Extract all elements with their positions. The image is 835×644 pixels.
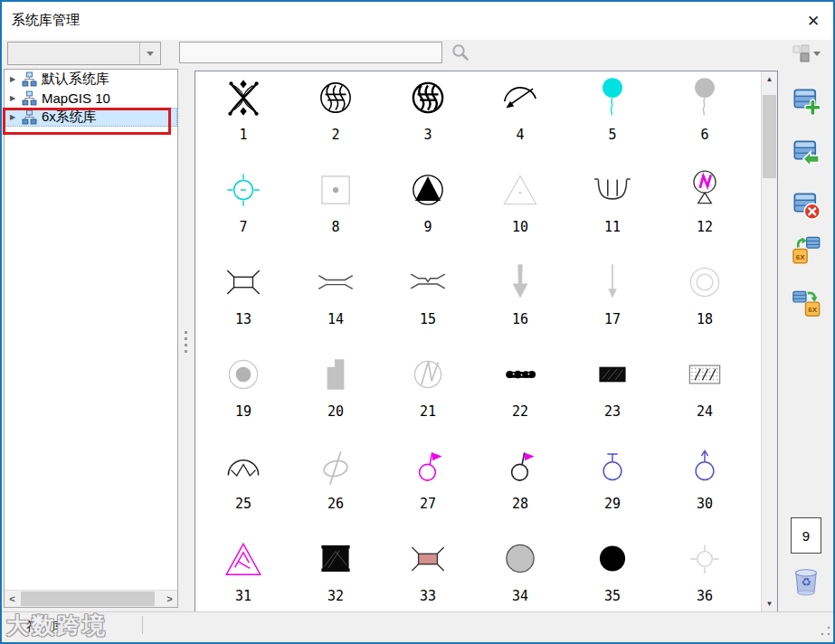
import-library-button[interactable] (789, 135, 823, 171)
symbol-glyph (313, 167, 358, 213)
export-6x-icon: 6X (792, 288, 821, 317)
symbol-cell-11[interactable]: 11 (566, 166, 659, 258)
library-filter-dropdown[interactable] (7, 42, 161, 65)
symbol-cell-3[interactable]: 3 (382, 73, 474, 166)
symbol-cell-23[interactable]: 23 (566, 350, 659, 442)
symbol-cell-6[interactable]: 6 (659, 73, 751, 166)
symbol-cell-1[interactable]: 1 (197, 73, 289, 166)
add-library-button[interactable] (789, 83, 823, 119)
symbol-glyph (682, 260, 727, 305)
toolbar (2, 40, 833, 70)
symbol-cell-26[interactable]: 26 (289, 442, 382, 535)
export-6x-button[interactable]: 6X (789, 284, 823, 320)
symbol-cell-10[interactable]: 10 (474, 166, 566, 258)
recycle-bin-icon: ♻ (791, 566, 821, 599)
db-add-icon (792, 87, 821, 116)
symbol-glyph (405, 75, 451, 120)
symbol-number: 3 (423, 127, 432, 143)
delete-library-button[interactable] (789, 187, 823, 223)
symbol-number: 21 (420, 403, 436, 420)
symbol-glyph (313, 75, 358, 120)
import-6x-button[interactable]: 6X (789, 232, 823, 268)
symbol-count-box[interactable]: 9 (791, 517, 821, 554)
symbol-glyph (221, 536, 266, 582)
symbol-cell-35[interactable]: 35 (566, 535, 659, 612)
search-input[interactable] (179, 42, 442, 63)
symbol-number: 19 (235, 403, 251, 420)
scroll-down-arrow[interactable]: ▼ (762, 596, 777, 611)
panel-splitter[interactable] (179, 69, 194, 608)
symbol-cell-16[interactable]: 16 (474, 258, 566, 350)
grid-vertical-scrollbar[interactable]: ▲ ▼ (761, 71, 777, 611)
symbol-number: 13 (235, 311, 251, 327)
symbol-cell-8[interactable]: 8 (289, 166, 382, 258)
chevron-down-icon (147, 52, 154, 56)
tree-horizontal-scrollbar[interactable]: < > (5, 590, 177, 607)
symbol-cell-2[interactable]: 2 (289, 73, 382, 166)
symbol-cell-24[interactable]: 24 (659, 350, 751, 442)
symbol-cell-18[interactable]: 18 (659, 258, 751, 350)
dropdown-button[interactable] (139, 43, 160, 64)
symbol-cell-19[interactable]: 19 (197, 350, 289, 442)
tree-item-1[interactable]: ▶MapGIS 10 (5, 89, 177, 108)
scroll-left-arrow[interactable]: < (5, 591, 20, 607)
tree-item-2[interactable]: ▶6x系统库 (5, 108, 177, 127)
symbol-number: 14 (327, 311, 344, 327)
symbol-number: 28 (512, 496, 528, 512)
scrollbar-thumb[interactable] (21, 592, 155, 606)
library-tree: ▶默认系统库▶MapGIS 10▶6x系统库 (5, 70, 177, 127)
symbol-cell-7[interactable]: 7 (197, 166, 289, 258)
symbol-cell-31[interactable]: 31 (197, 535, 289, 612)
close-button[interactable]: ✕ (801, 8, 826, 33)
symbol-number: 22 (512, 403, 528, 420)
symbol-cell-15[interactable]: 15 (382, 258, 474, 350)
symbol-cell-34[interactable]: 34 (474, 535, 566, 612)
symbol-glyph (498, 167, 543, 213)
scrollbar-thumb[interactable] (763, 95, 776, 178)
symbol-cell-12[interactable]: 12 (659, 166, 751, 258)
symbol-cell-27[interactable]: 27 (382, 442, 474, 535)
symbol-cell-21[interactable]: 21 (382, 350, 474, 442)
expander-icon[interactable]: ▶ (10, 113, 22, 121)
symbol-number: 12 (697, 219, 713, 235)
tree-item-0[interactable]: ▶默认系统库 (5, 70, 177, 89)
expander-icon[interactable]: ▶ (10, 94, 22, 102)
symbol-cell-29[interactable]: 29 (566, 442, 659, 535)
symbol-glyph (682, 75, 727, 120)
library-icon (22, 71, 37, 87)
scroll-right-arrow[interactable]: > (162, 591, 177, 607)
symbol-glyph (590, 260, 635, 305)
symbol-cell-33[interactable]: 33 (382, 535, 474, 612)
symbol-cell-4[interactable]: 4 (474, 73, 566, 166)
search-icon[interactable] (451, 43, 470, 62)
tree-item-label: 默认系统库 (42, 71, 109, 88)
expander-icon[interactable]: ▶ (10, 75, 22, 83)
symbol-cell-32[interactable]: 32 (289, 535, 382, 612)
symbol-glyph (405, 352, 451, 397)
symbol-cell-17[interactable]: 17 (566, 258, 659, 350)
symbol-cell-20[interactable]: 20 (289, 350, 382, 442)
symbol-cell-25[interactable]: 25 (197, 442, 289, 535)
svg-text:6X: 6X (808, 306, 817, 314)
symbol-cell-30[interactable]: 30 (659, 442, 751, 535)
symbol-cell-22[interactable]: 22 (474, 350, 566, 442)
symbol-number: 23 (604, 403, 621, 420)
import-6x-icon: 6X (792, 235, 821, 264)
symbol-number: 9 (423, 219, 432, 235)
resize-grip[interactable] (821, 626, 830, 636)
svg-text:6X: 6X (796, 253, 805, 261)
symbol-number: 11 (604, 219, 621, 235)
symbol-cell-36[interactable]: 36 (659, 535, 751, 612)
recycle-bin-button[interactable]: ♻ (791, 566, 821, 602)
symbol-cell-9[interactable]: 9 (382, 166, 474, 258)
scroll-up-arrow[interactable]: ▲ (762, 71, 777, 87)
symbol-cell-5[interactable]: 5 (566, 73, 659, 166)
symbol-grid-panel: 1234567891011121314151617181920212223242… (195, 71, 778, 612)
symbol-cell-13[interactable]: 13 (197, 258, 289, 350)
symbol-cell-14[interactable]: 14 (289, 258, 382, 350)
symbol-glyph (498, 536, 543, 582)
symbol-cell-28[interactable]: 28 (474, 442, 566, 535)
symbol-glyph (590, 75, 635, 120)
view-mode-button[interactable] (791, 43, 825, 63)
symbol-number: 24 (697, 403, 713, 420)
